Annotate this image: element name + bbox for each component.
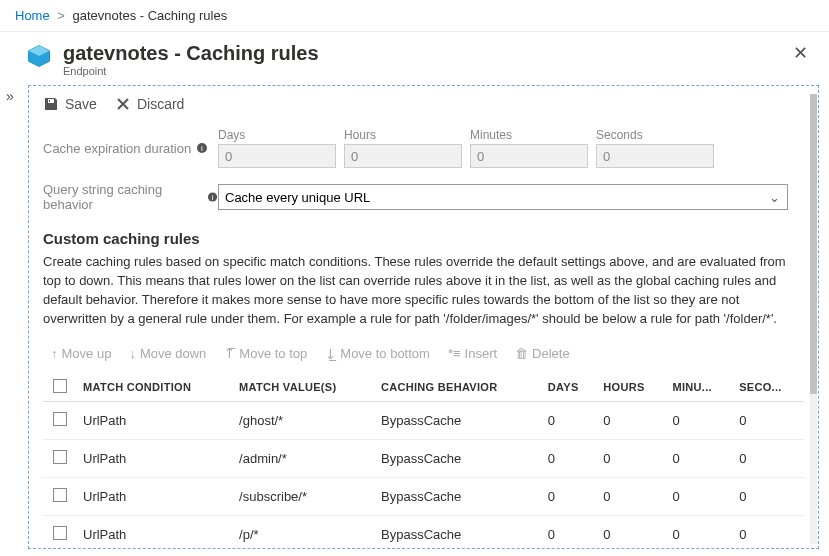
minutes-input bbox=[470, 144, 588, 168]
page-title: gatevnotes - Caching rules bbox=[63, 42, 319, 65]
settings-panel: Save Discard Cache expiration duration i… bbox=[28, 85, 819, 549]
scrollbar-thumb[interactable] bbox=[810, 94, 817, 394]
breadcrumb-current: gatevnotes - Caching rules bbox=[73, 8, 228, 23]
close-button[interactable]: ✕ bbox=[787, 42, 814, 64]
expand-chevron-icon[interactable]: » bbox=[6, 88, 14, 104]
move-top-button[interactable]: ↑̅Move to top bbox=[224, 346, 307, 361]
cell-value: /ghost/* bbox=[233, 402, 375, 440]
save-label: Save bbox=[65, 96, 97, 112]
row-checkbox[interactable] bbox=[53, 526, 67, 540]
col-condition[interactable]: MATCH CONDITION bbox=[77, 373, 233, 402]
page-subtitle: Endpoint bbox=[63, 65, 319, 77]
breadcrumb-sep: > bbox=[57, 8, 65, 23]
qsc-label: Query string caching behavior i bbox=[43, 182, 218, 212]
arrow-up-icon: ↑ bbox=[51, 346, 58, 361]
move-bottom-button[interactable]: ↓̲Move to bottom bbox=[325, 346, 430, 361]
days-label: Days bbox=[218, 128, 336, 142]
trash-icon: 🗑 bbox=[515, 346, 528, 361]
cell-value: /admin/* bbox=[233, 440, 375, 478]
hours-input bbox=[344, 144, 462, 168]
breadcrumb-home[interactable]: Home bbox=[15, 8, 50, 23]
action-toolbar: Save Discard bbox=[43, 96, 804, 112]
svg-text:i: i bbox=[201, 144, 203, 153]
breadcrumb: Home > gatevnotes - Caching rules bbox=[0, 0, 829, 32]
row-checkbox[interactable] bbox=[53, 488, 67, 502]
page-header: gatevnotes - Caching rules Endpoint ✕ bbox=[0, 32, 829, 85]
col-minutes[interactable]: MINU... bbox=[666, 373, 733, 402]
cell-hours: 0 bbox=[597, 440, 666, 478]
discard-label: Discard bbox=[137, 96, 184, 112]
table-row[interactable]: UrlPath/p/*BypassCache0000 bbox=[43, 516, 804, 549]
cell-sec: 0 bbox=[733, 478, 804, 516]
row-checkbox[interactable] bbox=[53, 412, 67, 426]
cell-hours: 0 bbox=[597, 478, 666, 516]
rules-table: MATCH CONDITION MATCH VALUE(S) CACHING B… bbox=[43, 373, 804, 549]
hours-label: Hours bbox=[344, 128, 462, 142]
cell-condition: UrlPath bbox=[77, 516, 233, 549]
arrow-down-icon: ↓ bbox=[129, 346, 136, 361]
row-checkbox[interactable] bbox=[53, 450, 67, 464]
cell-condition: UrlPath bbox=[77, 402, 233, 440]
table-row[interactable]: UrlPath/admin/*BypassCache0000 bbox=[43, 440, 804, 478]
days-input bbox=[218, 144, 336, 168]
endpoint-icon bbox=[25, 42, 53, 70]
cell-sec: 0 bbox=[733, 440, 804, 478]
cell-hours: 0 bbox=[597, 402, 666, 440]
cell-min: 0 bbox=[666, 440, 733, 478]
cell-days: 0 bbox=[542, 402, 598, 440]
discard-icon bbox=[115, 96, 131, 112]
cell-condition: UrlPath bbox=[77, 440, 233, 478]
seconds-input bbox=[596, 144, 714, 168]
seconds-label: Seconds bbox=[596, 128, 714, 142]
cell-hours: 0 bbox=[597, 516, 666, 549]
section-desc: Create caching rules based on specific m… bbox=[43, 253, 804, 328]
table-row[interactable]: UrlPath/subscribe/*BypassCache0000 bbox=[43, 478, 804, 516]
qsc-select[interactable]: Cache every unique URL bbox=[218, 184, 788, 210]
insert-button[interactable]: *≡Insert bbox=[448, 346, 497, 361]
delete-button[interactable]: 🗑Delete bbox=[515, 346, 570, 361]
qsc-row: Query string caching behavior i Cache ev… bbox=[43, 182, 804, 212]
save-button[interactable]: Save bbox=[43, 96, 97, 112]
cell-behavior: BypassCache bbox=[375, 478, 542, 516]
cell-days: 0 bbox=[542, 440, 598, 478]
arrow-bottom-icon: ↓̲ bbox=[325, 346, 336, 361]
cell-behavior: BypassCache bbox=[375, 440, 542, 478]
table-toolbar: ↑Move up ↓Move down ↑̅Move to top ↓̲Move… bbox=[43, 346, 804, 361]
cell-behavior: BypassCache bbox=[375, 516, 542, 549]
section-title: Custom caching rules bbox=[43, 230, 804, 247]
table-row[interactable]: UrlPath/ghost/*BypassCache0000 bbox=[43, 402, 804, 440]
cell-behavior: BypassCache bbox=[375, 402, 542, 440]
info-icon[interactable]: i bbox=[196, 142, 208, 154]
move-up-button[interactable]: ↑Move up bbox=[51, 346, 111, 361]
cell-min: 0 bbox=[666, 478, 733, 516]
cell-days: 0 bbox=[542, 516, 598, 549]
arrow-top-icon: ↑̅ bbox=[224, 346, 235, 361]
cell-condition: UrlPath bbox=[77, 478, 233, 516]
select-all-checkbox[interactable] bbox=[53, 379, 67, 393]
col-value[interactable]: MATCH VALUE(S) bbox=[233, 373, 375, 402]
cell-value: /subscribe/* bbox=[233, 478, 375, 516]
discard-button[interactable]: Discard bbox=[115, 96, 184, 112]
move-down-button[interactable]: ↓Move down bbox=[129, 346, 206, 361]
col-days[interactable]: DAYS bbox=[542, 373, 598, 402]
expiration-label: Cache expiration duration i bbox=[43, 141, 218, 156]
insert-icon: *≡ bbox=[448, 346, 461, 361]
cell-days: 0 bbox=[542, 478, 598, 516]
col-behavior[interactable]: CACHING BEHAVIOR bbox=[375, 373, 542, 402]
save-icon bbox=[43, 96, 59, 112]
info-icon[interactable]: i bbox=[207, 191, 218, 203]
cell-min: 0 bbox=[666, 516, 733, 549]
cell-sec: 0 bbox=[733, 516, 804, 549]
expiration-row: Cache expiration duration i Days Hours M… bbox=[43, 128, 804, 168]
cell-sec: 0 bbox=[733, 402, 804, 440]
cell-min: 0 bbox=[666, 402, 733, 440]
cell-value: /p/* bbox=[233, 516, 375, 549]
col-seconds[interactable]: SECO... bbox=[733, 373, 804, 402]
col-hours[interactable]: HOURS bbox=[597, 373, 666, 402]
minutes-label: Minutes bbox=[470, 128, 588, 142]
